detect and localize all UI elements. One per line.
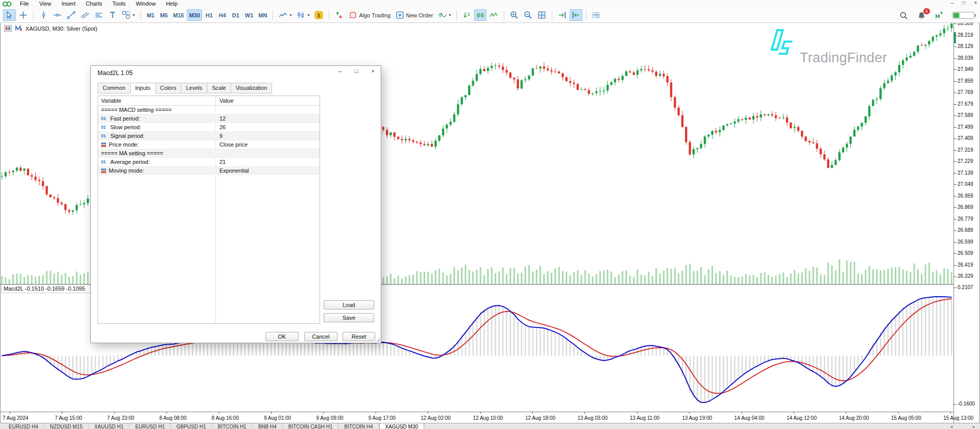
parameter-value-cell[interactable]: 12 bbox=[215, 114, 320, 123]
chart-shift-button[interactable] bbox=[570, 9, 582, 21]
parameter-value-cell[interactable]: 26 bbox=[215, 123, 320, 131]
algo-trading-button[interactable]: Algo Trading bbox=[347, 9, 393, 21]
dialog-tab-visualization[interactable]: Visualization bbox=[231, 83, 273, 93]
timeframe-m15[interactable]: M15 bbox=[171, 9, 186, 21]
line-chart-button[interactable]: ▾ bbox=[277, 9, 293, 21]
menu-window[interactable]: Window bbox=[131, 0, 161, 8]
parameter-row[interactable]: Moving mode:Exponential bbox=[98, 166, 320, 175]
timeframe-h1[interactable]: H1 bbox=[203, 9, 215, 21]
horizontal-line-button[interactable] bbox=[51, 9, 64, 21]
zigzag-button[interactable] bbox=[487, 9, 500, 21]
timeframe-h4[interactable]: H4 bbox=[216, 9, 229, 21]
dropdown-arrow-icon[interactable]: ▾ bbox=[289, 13, 291, 17]
new-order-button[interactable]: New Order bbox=[394, 9, 435, 21]
chart-tab-eurusd-h4[interactable]: EURUSD H4 bbox=[3, 423, 44, 429]
timeframe-d1[interactable]: D1 bbox=[230, 9, 242, 21]
dialog-tab-scale[interactable]: Scale bbox=[207, 83, 231, 93]
parameter-row[interactable]: ===== MA setting ===== bbox=[98, 149, 320, 158]
chart-tab-nzdusd-m15[interactable]: NZDUSD M15 bbox=[44, 423, 89, 429]
load-button[interactable]: Load bbox=[324, 300, 374, 309]
window-minimize-button[interactable]: – bbox=[951, 0, 954, 6]
indicators-button[interactable]: ▾ bbox=[436, 9, 453, 21]
candle-chart-button[interactable]: ▾ bbox=[295, 9, 311, 21]
save-button[interactable]: Save bbox=[324, 313, 374, 322]
timeframe-m5[interactable]: M5 bbox=[158, 9, 170, 21]
shapes-icon bbox=[122, 11, 131, 19]
timeframe-w1[interactable]: W1 bbox=[243, 9, 256, 21]
chart-tab-gbpusd-h1[interactable]: GBPUSD H1 bbox=[171, 423, 212, 429]
ok-button[interactable]: OK bbox=[265, 332, 299, 341]
parameter-value-cell[interactable]: 21 bbox=[215, 158, 320, 166]
price-axis-label: 27.049 bbox=[958, 181, 973, 187]
equidistant-lines-button[interactable] bbox=[92, 9, 105, 21]
dialog-tab-levels[interactable]: Levels bbox=[181, 83, 207, 93]
window-close-button[interactable]: × bbox=[974, 0, 977, 6]
dropdown-arrow-icon[interactable]: ▾ bbox=[133, 13, 135, 17]
crosshair-button[interactable] bbox=[17, 9, 30, 21]
chart-preview-button[interactable] bbox=[590, 9, 603, 21]
chart-tab-bnb-h4[interactable]: BNB H4 bbox=[253, 423, 283, 429]
cursor-button[interactable] bbox=[3, 9, 16, 21]
dialog-close-button[interactable]: × bbox=[372, 68, 375, 74]
dropdown-arrow-icon[interactable]: ▾ bbox=[449, 13, 451, 17]
dialog-minimize-button[interactable]: – bbox=[338, 68, 341, 74]
dialog-resize-grip[interactable]: ◢ bbox=[376, 337, 380, 342]
timeframe-m1[interactable]: M1 bbox=[144, 9, 157, 21]
dialog-tab-common[interactable]: Common bbox=[97, 83, 131, 93]
menu-view[interactable]: View bbox=[34, 0, 57, 8]
parameter-value-cell[interactable] bbox=[215, 106, 320, 114]
menu-insert[interactable]: Insert bbox=[56, 0, 81, 8]
notifications-button[interactable]: 1 bbox=[917, 11, 926, 20]
parameter-row[interactable]: Price mode:Close price bbox=[98, 140, 320, 149]
chart-tab-bitcoin-cash-h1[interactable]: BITCOIN CASH H1 bbox=[283, 423, 339, 429]
menu-tools[interactable]: Tools bbox=[107, 0, 131, 8]
menu-help[interactable]: Help bbox=[161, 0, 183, 8]
timeframe-m5-label: M5 bbox=[160, 12, 167, 18]
parameter-row[interactable]: ===== MACD setting ===== bbox=[98, 106, 320, 114]
tile-windows-button[interactable] bbox=[535, 9, 548, 21]
vertical-line-button[interactable] bbox=[37, 9, 50, 21]
chart-tab-xagusd-m30[interactable]: XAGUSD M30 bbox=[379, 423, 424, 429]
parameter-value-cell[interactable]: Close price bbox=[215, 140, 320, 149]
shapes-button[interactable]: ▾ bbox=[120, 9, 137, 21]
channel-button[interactable] bbox=[79, 9, 91, 21]
parameter-value-cell[interactable]: 9 bbox=[215, 132, 320, 140]
search-button[interactable] bbox=[899, 11, 908, 20]
trendline-button[interactable] bbox=[65, 9, 78, 21]
parameter-row[interactable]: 01Fast period:12 bbox=[98, 114, 320, 123]
price-axis[interactable]: 0.2107 -0.1600 28.30928.21928.12928.0392… bbox=[953, 23, 980, 429]
zoom-in-button[interactable] bbox=[508, 9, 521, 21]
tab-scroll-left-button[interactable]: ◂ bbox=[950, 424, 952, 429]
menu-file[interactable]: File bbox=[15, 0, 34, 8]
dialog-maximize-button[interactable]: □ bbox=[355, 68, 358, 74]
text-tool-button[interactable] bbox=[106, 9, 119, 21]
one-click-trading-button[interactable]: $ bbox=[312, 9, 325, 21]
chart-tab-bitcoin-h4[interactable]: BITCOIN H4 bbox=[338, 423, 379, 429]
dropdown-arrow-icon[interactable]: ▾ bbox=[307, 13, 309, 17]
dialog-tab-inputs[interactable]: Inputs bbox=[131, 83, 156, 93]
sort-button[interactable]: 1 bbox=[460, 9, 473, 21]
zero-levels-button[interactable]: 00 bbox=[474, 9, 486, 21]
window-restore-button[interactable]: □ bbox=[962, 0, 965, 6]
battery-indicator[interactable] bbox=[952, 12, 976, 19]
parameter-value-cell[interactable] bbox=[215, 149, 320, 157]
time-axis[interactable]: 7 Aug 20247 Aug 15:007 Aug 23:008 Aug 08… bbox=[0, 412, 953, 423]
zoom-out-button[interactable] bbox=[522, 9, 534, 21]
dialog-tab-colors[interactable]: Colors bbox=[156, 83, 182, 93]
chart-tab-bitcoin-h1[interactable]: BITCOIN H1 bbox=[212, 423, 253, 429]
tab-scroll-right-button[interactable]: ▸ bbox=[973, 424, 975, 429]
connection-status[interactable] bbox=[935, 11, 943, 19]
parameter-row[interactable]: 01Signal period:9 bbox=[98, 132, 320, 140]
menu-charts[interactable]: Charts bbox=[81, 0, 107, 8]
auto-scroll-button[interactable] bbox=[556, 9, 569, 21]
buy-sell-button[interactable] bbox=[333, 9, 346, 21]
cancel-button[interactable]: Cancel bbox=[304, 332, 337, 341]
parameter-value-cell[interactable]: Exponential bbox=[215, 166, 320, 175]
chart-tab-eurusd-h1[interactable]: EURUSD H1 bbox=[130, 423, 171, 429]
reset-button[interactable]: Reset bbox=[342, 332, 375, 341]
parameter-row[interactable]: 01Average period:21 bbox=[98, 158, 320, 166]
parameter-row[interactable]: 01Slow period:26 bbox=[98, 123, 320, 132]
timeframe-m30[interactable]: M30 bbox=[187, 9, 202, 21]
timeframe-mn[interactable]: MN bbox=[256, 9, 269, 21]
chart-tab-xauusd-h1[interactable]: XAUUSD H1 bbox=[89, 423, 130, 429]
